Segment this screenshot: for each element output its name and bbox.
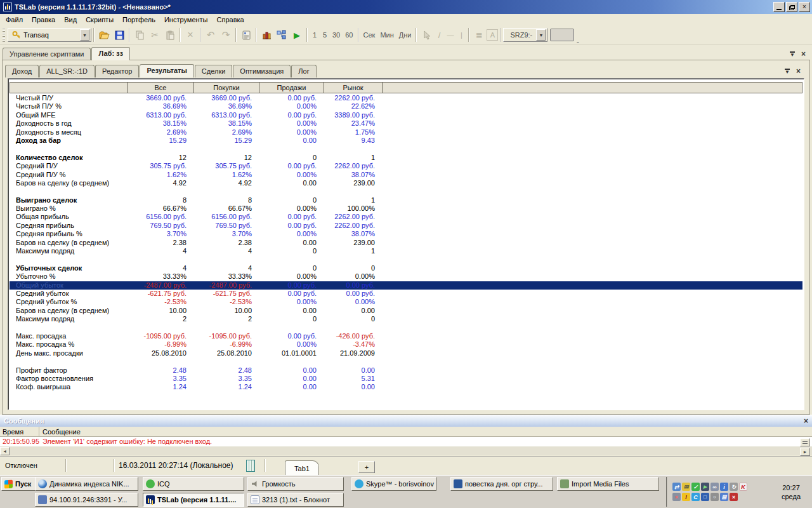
- table-row[interactable]: Доход за бар 15.29 15.29 0.00 9.43: [10, 137, 802, 145]
- table-row[interactable]: Средняя прибыль 769.50 руб. 769.50 руб. …: [10, 222, 802, 230]
- close-button[interactable]: ×: [799, 2, 810, 12]
- table-row[interactable]: Количество сделок 12 12 0 1: [10, 154, 802, 162]
- column-header[interactable]: Покупки: [194, 82, 259, 93]
- toolbar-overflow-icon[interactable]: ⌄: [575, 39, 580, 44]
- save-button[interactable]: [112, 27, 127, 43]
- tray-icon[interactable]: [691, 483, 700, 491]
- tab-list-icon[interactable]: ▼: [785, 69, 790, 74]
- table-row[interactable]: Максимум подряд 4 4 0 1: [10, 247, 802, 255]
- table-row[interactable]: Чистый П/У 3669.00 руб. 3669.00 руб. 0.0…: [10, 94, 802, 102]
- table-row[interactable]: Убыточных сделок 4 4 0 0: [10, 264, 802, 272]
- toolbar-grip[interactable]: [3, 28, 5, 42]
- tray-icon[interactable]: [720, 483, 728, 491]
- table-row[interactable]: Выиграно сделок 8 8 0 1: [10, 196, 802, 204]
- table-row[interactable]: Средний П/У 305.75 руб. 305.75 руб. 0.00…: [10, 162, 802, 170]
- scroll-left-icon[interactable]: ◄: [0, 447, 10, 455]
- messages-header[interactable]: Сообщения ×: [0, 415, 812, 427]
- table-row[interactable]: Общая прибыль 6156.00 руб. 6156.00 руб. …: [10, 213, 802, 221]
- scroll-right-icon[interactable]: ►: [800, 448, 810, 456]
- interval-button[interactable]: 60: [343, 27, 355, 43]
- table-row[interactable]: Убыточно % 33.33% 33.33% 0.00% 0.00%: [10, 272, 802, 281]
- table-row[interactable]: [10, 187, 802, 196]
- time-column-header[interactable]: Время: [0, 427, 39, 436]
- menu-item[interactable]: Инструменты: [160, 15, 213, 25]
- minimize-button[interactable]: [773, 2, 785, 12]
- lab-tab[interactable]: ALL_SR:-:1D: [39, 65, 95, 77]
- lab-tab[interactable]: Редактор: [95, 65, 139, 77]
- copy-button[interactable]: [132, 27, 147, 43]
- table-row[interactable]: Чистый П/У % 36.69% 36.69% 0.00% 22.62%: [10, 102, 802, 110]
- tray-icon[interactable]: [691, 493, 700, 501]
- interval-button[interactable]: 30: [330, 27, 343, 43]
- lab-tab[interactable]: Доход: [5, 65, 39, 77]
- table-row[interactable]: Выиграно % 66.67% 66.67% 0.00% 100.00%: [10, 204, 802, 213]
- horizontal-line-tool-icon[interactable]: —: [444, 27, 456, 43]
- tray-icon[interactable]: [739, 483, 747, 491]
- messages-hscrollbar[interactable]: ◄: [0, 446, 812, 455]
- doc-tab[interactable]: Управление скриптами: [3, 48, 91, 60]
- tray-icon[interactable]: [701, 493, 709, 501]
- tray-icon[interactable]: [672, 483, 681, 491]
- cursor-tool-icon[interactable]: [419, 27, 434, 43]
- vertical-line-tool-icon[interactable]: |: [456, 27, 466, 43]
- tray-icon[interactable]: [710, 483, 719, 491]
- start-button[interactable]: Пуск: [1, 477, 39, 491]
- table-row[interactable]: Средний П/У % 1.62% 1.62% 0.00% 38.07%: [10, 171, 802, 179]
- column-header[interactable]: Продажи: [259, 82, 324, 93]
- table-row[interactable]: [10, 358, 802, 366]
- chevron-down-icon[interactable]: ▼: [536, 29, 546, 41]
- tray-icon[interactable]: [682, 483, 690, 491]
- tray-icon[interactable]: [730, 483, 738, 491]
- doc-tab[interactable]: Лаб: зз: [91, 47, 129, 60]
- add-workspace-tab-button[interactable]: +: [358, 461, 375, 473]
- taskbar-button[interactable]: Import Media Files: [557, 477, 659, 491]
- tray-icon[interactable]: [682, 493, 690, 501]
- data-grid-icon[interactable]: [246, 460, 255, 472]
- menu-item[interactable]: Справка: [213, 15, 249, 25]
- column-header[interactable]: [10, 82, 128, 93]
- column-header[interactable]: Все: [128, 82, 194, 93]
- table-row[interactable]: [10, 324, 802, 332]
- taskbar-button[interactable]: повестка дня. орг стру...: [450, 477, 553, 491]
- delete-icon[interactable]: ×: [183, 27, 198, 43]
- annotation-tool-icon[interactable]: ≣: [471, 27, 487, 43]
- menu-item[interactable]: Портфель: [118, 15, 160, 25]
- table-row[interactable]: Коэф. выигрыша 1.24 1.24 0.00 0.00: [10, 383, 802, 391]
- table-row[interactable]: Макс. просадка -1095.00 руб. -1095.00 ру…: [10, 332, 802, 340]
- lab-tab[interactable]: Лог: [291, 65, 316, 77]
- tray-icon[interactable]: [710, 493, 719, 501]
- table-row[interactable]: Общий убыток -2487.00 руб. -2487.00 руб.…: [10, 281, 802, 290]
- interval-button[interactable]: 1: [310, 27, 320, 43]
- lab-tab[interactable]: Сделки: [195, 65, 233, 77]
- table-row[interactable]: Баров на сделку (в среднем) 4.92 4.92 0.…: [10, 179, 802, 187]
- table-row[interactable]: Профит фактор 2.48 2.48 0.00 0.00: [10, 366, 802, 375]
- taskbar-button[interactable]: TSLab (версия 1.1.11....: [143, 493, 244, 507]
- tray-icon[interactable]: [720, 493, 728, 501]
- tray-clock[interactable]: 20:27 среда: [782, 483, 801, 501]
- table-row[interactable]: Фактор восстановления 3.35 3.35 0.00 5.3…: [10, 375, 802, 383]
- menu-item[interactable]: Файл: [1, 15, 27, 25]
- menu-item[interactable]: Вид: [60, 15, 81, 25]
- close-icon[interactable]: ×: [801, 51, 806, 57]
- taskbar-button[interactable]: 3213 (1).txt - Блокнот: [247, 493, 344, 507]
- column-header[interactable]: Рынок: [324, 82, 383, 93]
- line-tool-icon[interactable]: /: [434, 27, 444, 43]
- table-row[interactable]: Средний убыток -621.75 руб. -621.75 руб.…: [10, 290, 802, 298]
- close-icon[interactable]: ×: [796, 68, 801, 74]
- table-row[interactable]: Доходность в месяц 2.69% 2.69% 0.00% 1.7…: [10, 128, 802, 137]
- restore-button[interactable]: [786, 2, 797, 12]
- lab-tab[interactable]: Оптимизация: [233, 65, 291, 77]
- tray-icon[interactable]: [672, 493, 681, 501]
- interval-button[interactable]: 5: [320, 27, 330, 43]
- undo-icon[interactable]: ↶: [203, 27, 218, 43]
- table-row[interactable]: [10, 145, 802, 153]
- message-row[interactable]: 20:15:50.95 Элемент 'И1' содержит ошибку…: [0, 437, 812, 446]
- taskbar-button[interactable]: Громкость: [247, 477, 344, 491]
- table-row[interactable]: Максимум подряд 2 2 0 0: [10, 315, 802, 323]
- taskbar-button[interactable]: Динамика индекса NIK...: [35, 477, 138, 491]
- open-button[interactable]: [96, 27, 112, 43]
- instrument-select[interactable]: SRZ9:- ▼: [503, 28, 547, 42]
- table-row[interactable]: Баров на сделку (в среднем) 10.00 10.00 …: [10, 307, 802, 315]
- splitter-grip-icon[interactable]: [800, 438, 810, 446]
- table-row[interactable]: Общий MFE 6313.00 руб. 6313.00 руб. 0.00…: [10, 111, 802, 119]
